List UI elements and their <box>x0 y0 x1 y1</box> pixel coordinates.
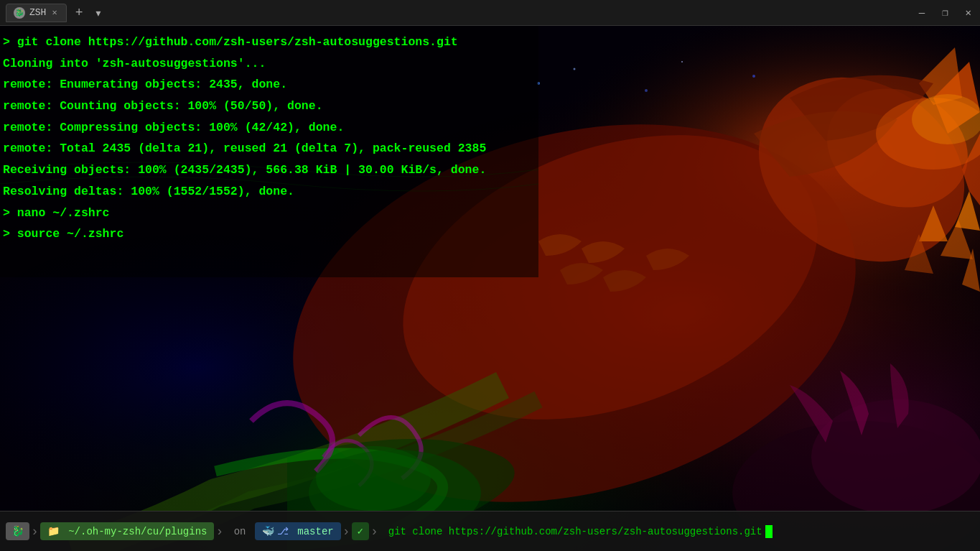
branch-text: master <box>291 526 334 537</box>
arrow-4: › <box>370 524 378 539</box>
branch-icon: ⎇ <box>277 525 289 537</box>
check-icon: ✓ <box>358 525 363 537</box>
terminal-line-1: Cloning into 'zsh-autosuggestions'... <box>3 53 980 75</box>
terminal-cursor <box>765 525 773 538</box>
tab-label: ZSH <box>29 7 46 18</box>
statusbar-branch-segment: 🐳 ⎇ master <box>255 522 341 540</box>
tab-icon: 🐉 <box>14 7 25 19</box>
path-text: ~/.oh-my-zsh/cu/plugins <box>62 526 207 537</box>
statusbar-check-segment: ✓ <box>352 522 369 540</box>
statusbar-on-label: on <box>225 523 255 540</box>
tab-dropdown-button[interactable]: ▾ <box>91 5 105 21</box>
arrow-1: › <box>31 524 39 539</box>
svg-point-14 <box>316 446 431 511</box>
terminal-line-2: remote: Enumerating objects: 2435, done. <box>3 74 980 96</box>
terminal-line-4: remote: Compressing objects: 100% (42/42… <box>3 117 980 139</box>
terminal-wrapper: > git clone https://github.com/zsh-users… <box>0 26 980 551</box>
terminal-line-8: > nano ~/.zshrc <box>3 203 980 224</box>
titlebar: 🐉 ZSH ✕ + ▾ — ❐ ✕ <box>0 0 980 26</box>
terminal-line-6: Receiving objects: 100% (2435/2435), 566… <box>3 159 980 181</box>
titlebar-controls: — ❐ ✕ <box>916 5 974 20</box>
terminal-line-5: remote: Total 2435 (delta 21), reused 21… <box>3 138 980 159</box>
titlebar-left: 🐉 ZSH ✕ + ▾ <box>6 4 105 22</box>
command-text: git clone https://github.com/zsh-users/z… <box>388 526 762 537</box>
tab-close-button[interactable]: ✕ <box>50 7 58 18</box>
arrow-2: › <box>215 524 223 539</box>
terminal-line-7: Resolving deltas: 100% (1552/1552), done… <box>3 181 980 203</box>
statusbar-command-text: git clone https://github.com/zsh-users/z… <box>380 522 781 541</box>
active-tab[interactable]: 🐉 ZSH ✕ <box>6 4 67 22</box>
add-tab-button[interactable]: + <box>73 6 86 20</box>
statusbar: 🐉 › 📁 ~/.oh-my-zsh/cu/plugins › on 🐳 ⎇ m… <box>0 511 980 551</box>
terminal-line-0: > git clone https://github.com/zsh-users… <box>3 32 980 53</box>
statusbar-os-segment: 🐉 <box>6 522 29 540</box>
os-icon: 🐉 <box>11 525 24 537</box>
terminal-line-9: > source ~/.zshrc <box>3 223 980 245</box>
terminal-output: > git clone https://github.com/zsh-users… <box>0 26 980 245</box>
minimize-button[interactable]: — <box>916 6 928 20</box>
close-button[interactable]: ✕ <box>963 5 974 20</box>
arrow-3: › <box>342 524 350 539</box>
node-icon: 🐳 <box>262 525 274 537</box>
folder-icon: 📁 <box>47 525 60 537</box>
maximize-button[interactable]: ❐ <box>939 5 951 20</box>
terminal-line-3: remote: Counting objects: 100% (50/50), … <box>3 96 980 117</box>
statusbar-path-segment: 📁 ~/.oh-my-zsh/cu/plugins <box>40 522 215 540</box>
